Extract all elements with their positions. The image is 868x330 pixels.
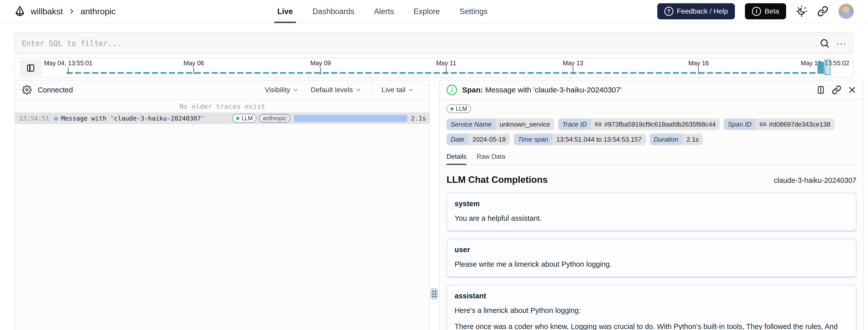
more-options-icon[interactable]: ··· <box>836 39 846 48</box>
green-dot-icon <box>450 107 454 111</box>
scope-tag-badge: anthropic <box>259 114 290 123</box>
info-circle-icon: i <box>752 7 761 16</box>
share-link-icon[interactable] <box>817 6 828 17</box>
llm-tag-badge: LLM <box>446 104 471 113</box>
attr-label: Span ID <box>724 119 755 130</box>
span-details-panel: i Span: Message with 'claude-3-haiku-202… <box>439 80 864 330</box>
search-icon[interactable] <box>819 38 830 49</box>
timeline-selection-region[interactable] <box>825 60 831 75</box>
breadcrumb-project[interactable]: anthropic <box>81 6 116 16</box>
attr-label: Service Name <box>446 119 496 130</box>
chevron-right-icon <box>68 8 75 14</box>
breadcrumb: willbakst anthropic <box>14 5 116 17</box>
span-title: Span: Message with 'claude-3-haiku-20240… <box>462 86 622 94</box>
tab-settings[interactable]: Settings <box>460 0 488 23</box>
sql-filter-input[interactable] <box>22 39 819 48</box>
attr-label: Time span <box>514 133 552 145</box>
user-avatar[interactable] <box>838 3 854 19</box>
timeline-tick: May 06 <box>193 67 194 74</box>
attr-value-link[interactable]: #973fba5919cf9c618aafdb2635f68c44 <box>591 119 720 130</box>
copy-link-icon[interactable] <box>832 85 841 95</box>
message-text: You are a helpful assistant. <box>455 213 848 223</box>
timeline-tick: May 04, 13:55:01 <box>68 67 68 74</box>
timeline-tick: May 11 <box>446 67 446 74</box>
tab-details[interactable]: Details <box>446 153 466 164</box>
timeline-tick-label: May 04, 13:55:01 <box>44 60 92 67</box>
message-role: user <box>455 246 848 254</box>
tab-alerts[interactable]: Alerts <box>374 0 394 23</box>
attr-label: Date <box>446 133 468 145</box>
timeline-tick: May 16 <box>698 67 699 74</box>
span-diamond-icon: ◆ <box>53 115 59 122</box>
no-older-traces-message: No older traces exist <box>15 100 430 113</box>
app-header: willbakst anthropic Live Dashboards Aler… <box>0 0 868 23</box>
feedback-help-button[interactable]: ? Feedback / Help <box>657 3 735 19</box>
live-tail-dropdown[interactable]: Live tail <box>381 86 414 94</box>
beta-button[interactable]: i Beta <box>745 3 786 19</box>
link-icon <box>595 121 602 128</box>
time-span-badge: Time span 13:54:51.044 to 13:54:53.157 <box>514 133 646 145</box>
duration-badge: Duration 2.1s <box>650 133 703 145</box>
panel-layout-icon <box>26 63 35 73</box>
attr-value: 2.1s <box>682 133 703 145</box>
panel-resize-handle[interactable] <box>431 288 438 299</box>
attr-label: Duration <box>650 133 682 145</box>
default-levels-label: Default levels <box>311 86 353 94</box>
span-panel-header: i Span: Message with 'claude-3-haiku-202… <box>439 80 864 100</box>
trace-duration-value: 2.1s <box>411 115 426 122</box>
message-card-system: system You are a helpful assistant. <box>446 192 857 231</box>
message-card-user: user Please write me a limerick about Py… <box>446 239 857 277</box>
close-icon[interactable] <box>848 86 857 94</box>
gear-icon[interactable] <box>22 85 32 95</box>
sidebar-toggle-button[interactable] <box>20 60 42 76</box>
tab-raw-data[interactable]: Raw Data <box>476 153 505 164</box>
trace-id-value: #973fba5919cf9c618aafdb2635f68c44 <box>604 121 716 128</box>
timeline-tick-label: May 16 <box>688 60 709 67</box>
visibility-dropdown[interactable]: Visibility <box>265 86 299 94</box>
tab-live[interactable]: Live <box>277 0 293 23</box>
attr-label: Trace ID <box>558 119 591 130</box>
chevron-down-icon <box>408 87 414 93</box>
tab-explore[interactable]: Explore <box>413 0 440 23</box>
timeline-tick-label: May 09 <box>310 60 331 67</box>
span-header-actions <box>816 85 857 95</box>
timeline-tick-label: May 11 <box>436 60 456 67</box>
drag-dots-icon <box>433 291 436 297</box>
link-icon <box>760 121 767 128</box>
trace-message: Message with 'claude-3-haiku-20240307' <box>61 115 205 122</box>
live-tail-label: Live tail <box>381 86 405 94</box>
span-id-value: #d08697de343ce138 <box>769 121 830 128</box>
attr-value: 2024-05-18 <box>468 133 510 145</box>
trace-timestamp: 13:54:51 <box>19 115 49 122</box>
tab-dashboards[interactable]: Dashboards <box>312 0 354 23</box>
attr-value-link[interactable]: #d08697de343ce138 <box>755 119 834 130</box>
trace-row[interactable]: 13:54:51 ◆ Message with 'claude-3-haiku-… <box>15 113 430 124</box>
trace-view-controls: Visibility Default levels Live tail <box>265 80 423 99</box>
attr-value: 13:54:51.044 to 13:54:53.157 <box>552 133 646 145</box>
trace-id-badge: Trace ID #973fba5919cf9c618aafdb2635f68c… <box>558 119 720 130</box>
chevron-down-icon <box>292 87 299 93</box>
attr-value: unknown_service <box>496 119 554 130</box>
timeline-activity-spike <box>817 62 824 74</box>
beta-label: Beta <box>765 7 779 15</box>
message-text: Please write me a limerick about Python … <box>455 260 848 269</box>
feedback-help-label: Feedback / Help <box>677 7 728 15</box>
span-body: LLM Service Name unknown_service Trace I… <box>439 100 864 330</box>
traces-panel: Connected Visibility Default levels Live… <box>14 80 430 330</box>
chevron-down-icon <box>355 87 362 93</box>
timeline-tick: May 13 <box>572 67 574 74</box>
message-text: Here's a limerick about Python logging: <box>455 306 848 315</box>
llm-tag-label: LLM <box>456 106 467 112</box>
filter-actions: ··· <box>819 38 846 49</box>
timeline-histogram[interactable]: May 04, 13:55:01 May 06 May 09 May 11 Ma… <box>14 58 854 78</box>
default-levels-dropdown[interactable]: Default levels <box>311 86 362 94</box>
split-view-icon[interactable] <box>816 85 825 94</box>
trace-duration-bar <box>294 115 407 122</box>
timeline-dashed-baseline <box>67 72 825 74</box>
theme-toggle-icon[interactable] <box>796 6 807 17</box>
logfire-flame-logo-icon[interactable] <box>14 5 26 17</box>
llm-tag-badge: LLM <box>232 114 257 123</box>
breadcrumb-org[interactable]: willbakst <box>31 6 63 16</box>
sql-filter-bar: ··· <box>14 32 854 54</box>
message-role: assistant <box>455 292 848 300</box>
